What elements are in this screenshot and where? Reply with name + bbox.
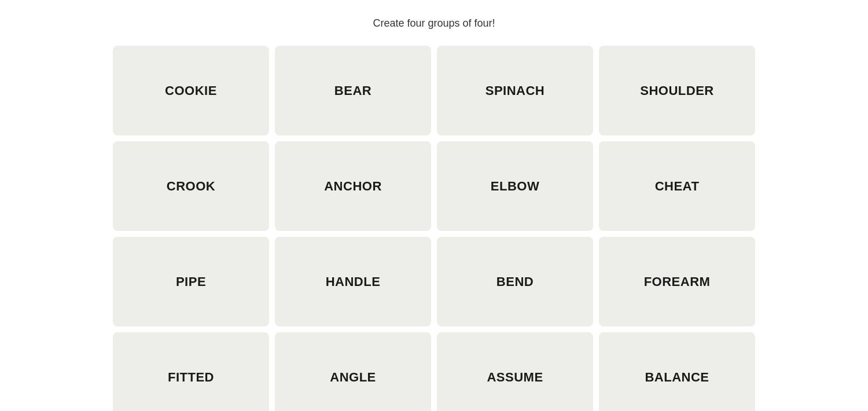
card-label-cheat: CHEAT [649, 173, 705, 200]
card-label-cookie: COOKIE [159, 78, 223, 104]
card-label-angle: ANGLE [324, 364, 382, 391]
card-bear[interactable]: BEAR [275, 46, 431, 135]
card-handle[interactable]: HANDLE [275, 237, 431, 326]
card-shoulder[interactable]: SHOULDER [599, 46, 755, 135]
card-label-bear: BEAR [329, 78, 377, 104]
word-grid: COOKIEBEARSPINACHSHOULDERCROOKANCHORELBO… [113, 46, 755, 411]
card-label-assume: ASSUME [481, 364, 549, 391]
card-label-shoulder: SHOULDER [634, 78, 719, 104]
card-label-spinach: SPINACH [480, 78, 551, 104]
card-bend[interactable]: BEND [437, 237, 593, 326]
card-label-forearm: FOREARM [638, 269, 716, 295]
card-label-bend: BEND [491, 269, 539, 295]
card-label-crook: CROOK [161, 173, 221, 200]
card-label-anchor: ANCHOR [318, 173, 388, 200]
card-cookie[interactable]: COOKIE [113, 46, 269, 135]
subtitle: Create four groups of four! [373, 17, 495, 30]
card-label-pipe: PIPE [170, 269, 212, 295]
card-elbow[interactable]: ELBOW [437, 141, 593, 231]
card-spinach[interactable]: SPINACH [437, 46, 593, 135]
card-label-balance: BALANCE [639, 364, 715, 391]
card-fitted[interactable]: FITTED [113, 332, 269, 411]
card-anchor[interactable]: ANCHOR [275, 141, 431, 231]
card-label-handle: HANDLE [320, 269, 387, 295]
card-label-elbow: ELBOW [485, 173, 545, 200]
card-cheat[interactable]: CHEAT [599, 141, 755, 231]
card-assume[interactable]: ASSUME [437, 332, 593, 411]
card-balance[interactable]: BALANCE [599, 332, 755, 411]
card-pipe[interactable]: PIPE [113, 237, 269, 326]
card-forearm[interactable]: FOREARM [599, 237, 755, 326]
card-crook[interactable]: CROOK [113, 141, 269, 231]
card-label-fitted: FITTED [162, 364, 220, 391]
card-angle[interactable]: ANGLE [275, 332, 431, 411]
